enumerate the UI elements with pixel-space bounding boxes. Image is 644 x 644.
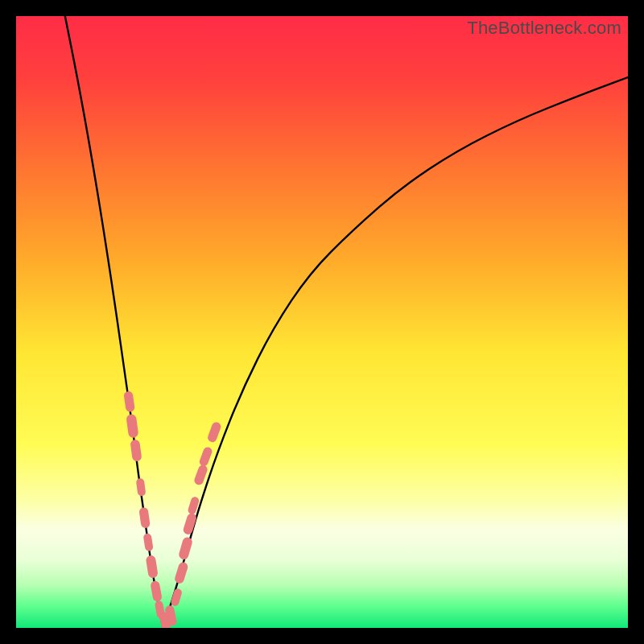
marker-pill	[174, 561, 189, 584]
marker-pill	[198, 446, 213, 468]
curve-layer	[16, 16, 628, 628]
curve-right-branch	[163, 77, 628, 628]
marker-pill	[138, 507, 151, 529]
plot-frame: TheBottleneck.com	[16, 16, 628, 628]
marker-pill	[123, 390, 135, 412]
marker-pill	[130, 440, 142, 462]
marker-pill	[178, 536, 193, 560]
marker-pill	[207, 421, 222, 444]
marker-pill	[136, 478, 147, 497]
marker-pill	[126, 414, 138, 439]
marker-pill	[146, 555, 159, 578]
watermark-label: TheBottleneck.com	[467, 18, 621, 39]
marker-group	[123, 390, 222, 628]
marker-pill	[150, 580, 163, 602]
marker-pill	[143, 533, 154, 551]
marker-pill	[170, 588, 183, 607]
